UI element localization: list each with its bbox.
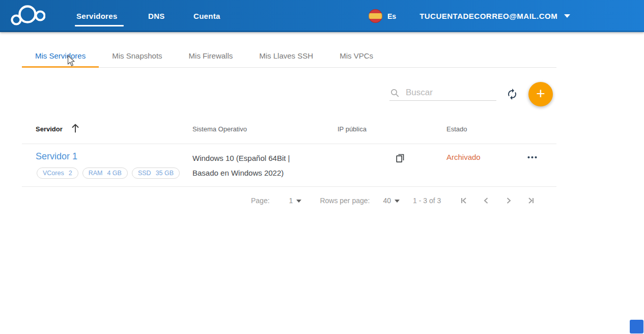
- rows-per-page-label: Rows per page:: [320, 197, 370, 205]
- row-menu-button[interactable]: [527, 154, 538, 161]
- column-header-ip-publica[interactable]: IP pública: [338, 125, 367, 133]
- spec-chip-ssd: SSD 35 GB: [132, 168, 180, 179]
- nav-active-underline: [75, 25, 124, 26]
- nav-item-cuenta[interactable]: Cuenta: [193, 0, 220, 32]
- pagination-controls: [459, 196, 536, 205]
- chip-label: RAM: [89, 170, 103, 177]
- spec-chip-ram: RAM 4 GB: [82, 168, 128, 179]
- tab-mis-vpcs[interactable]: Mis VPCs: [326, 43, 386, 68]
- next-page-button[interactable]: [504, 196, 513, 205]
- server-name-link[interactable]: Servidor 1: [36, 151, 77, 162]
- tab-bar: Mis Servidores Mis Snapshots Mis Firewal…: [0, 43, 644, 68]
- tab-label: Mis Snapshots: [112, 51, 162, 60]
- sort-arrow-up-icon[interactable]: [71, 123, 80, 133]
- chip-value: 2: [69, 170, 72, 177]
- language-label[interactable]: Es: [387, 12, 396, 20]
- tab-label: Mis Servidores: [35, 51, 86, 60]
- copy-icon: [395, 153, 405, 163]
- chip-label: VCores: [43, 170, 64, 177]
- nav-item-servidores[interactable]: Servidores: [76, 0, 118, 32]
- rows-per-page-select[interactable]: 40: [370, 197, 400, 205]
- chip-value: 4 GB: [107, 170, 122, 177]
- mouse-pointer-icon: [67, 55, 76, 67]
- page-label: Page:: [251, 197, 270, 205]
- server-spec-chips: VCores 2 RAM 4 GB SSD 35 GB: [37, 168, 180, 179]
- tab-label: Mis Firewalls: [189, 51, 233, 60]
- copy-ip-button[interactable]: [395, 153, 405, 163]
- refresh-button[interactable]: [506, 88, 518, 100]
- tab-label: Mis VPCs: [340, 51, 373, 60]
- ellipsis-icon: [527, 154, 538, 160]
- search-icon: [390, 89, 399, 97]
- search-field: [389, 85, 496, 101]
- spec-chip-vcores: VCores 2: [37, 168, 78, 179]
- pagination-range: 1 - 3 of 3: [413, 197, 441, 205]
- add-server-button[interactable]: +: [528, 82, 553, 106]
- tab-mis-firewalls[interactable]: Mis Firewalls: [176, 43, 246, 68]
- refresh-icon: [506, 88, 518, 100]
- divider: [22, 186, 556, 187]
- tabs: Mis Servidores Mis Snapshots Mis Firewal…: [22, 43, 386, 68]
- tab-mis-servidores[interactable]: Mis Servidores: [22, 43, 99, 68]
- last-page-button[interactable]: [526, 196, 536, 205]
- chevron-down-icon: [296, 200, 301, 203]
- last-page-icon: [526, 196, 536, 205]
- tab-mis-snapshots[interactable]: Mis Snapshots: [99, 43, 175, 68]
- column-header-estado[interactable]: Estado: [446, 125, 467, 133]
- chip-value: 35 GB: [156, 170, 174, 177]
- cloud-logo-icon[interactable]: [11, 4, 45, 26]
- os-cell: Windows 10 (Español 64Bit | Basado en Wi…: [192, 151, 297, 180]
- page-value: 1: [289, 197, 293, 205]
- plus-icon: +: [536, 86, 545, 101]
- tab-mis-llaves-ssh[interactable]: Mis Llaves SSH: [246, 43, 326, 68]
- previous-page-icon: [482, 196, 491, 205]
- corner-widget-button[interactable]: [630, 320, 643, 333]
- column-header-servidor[interactable]: Servidor: [36, 125, 63, 133]
- page: Servidores DNS Cuenta Es TUCUENTADECORRE…: [0, 0, 644, 334]
- search-input[interactable]: [406, 88, 487, 98]
- account-email: TUCUENTADECORREO@MAIL.COM: [419, 12, 557, 20]
- pagination-bar: Page: 1 Rows per page: 40 1 - 3 of 3: [251, 196, 536, 205]
- first-page-button[interactable]: [459, 196, 468, 205]
- tab-active-underline: [22, 66, 99, 68]
- appbar-right-cluster: Es TUCUENTADECORREO@MAIL.COM: [369, 0, 570, 32]
- account-menu[interactable]: TUCUENTADECORREO@MAIL.COM: [419, 12, 570, 20]
- spain-flag-icon[interactable]: [369, 9, 382, 23]
- chip-label: SSD: [138, 170, 151, 177]
- column-header-sistema-operativo[interactable]: Sistema Operativo: [192, 125, 247, 133]
- previous-page-button[interactable]: [482, 196, 491, 205]
- status-badge: Archivado: [446, 153, 481, 161]
- nav-item-dns[interactable]: DNS: [148, 0, 165, 32]
- divider: [22, 144, 556, 144]
- next-page-icon: [504, 196, 513, 205]
- page-select[interactable]: 1: [270, 197, 302, 205]
- first-page-icon: [459, 196, 468, 205]
- rows-per-page-value: 40: [383, 197, 391, 205]
- tab-label: Mis Llaves SSH: [259, 51, 313, 60]
- app-bar: Servidores DNS Cuenta Es TUCUENTADECORRE…: [0, 0, 644, 32]
- chevron-down-icon: [564, 14, 570, 18]
- chevron-down-icon: [395, 200, 400, 203]
